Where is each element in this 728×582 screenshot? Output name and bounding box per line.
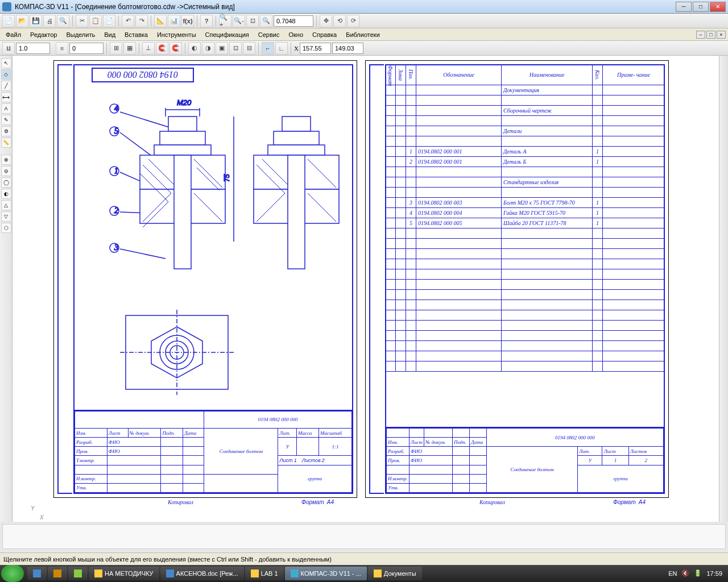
step-icon[interactable]: ⩏	[2, 42, 15, 55]
quick-launch[interactable]	[27, 567, 47, 580]
coord-x-input[interactable]	[300, 43, 331, 54]
layer-icon[interactable]: ≡	[56, 42, 68, 55]
task-item[interactable]: LAB 1	[245, 567, 284, 580]
ortho-icon[interactable]: ⊥	[142, 42, 155, 55]
geom-icon[interactable]: ◇	[1, 69, 11, 80]
paste-icon[interactable]: 📄	[103, 15, 115, 27]
menu-service[interactable]: Сервис	[254, 30, 284, 39]
menu-view[interactable]: Вид	[100, 30, 120, 39]
scrollbar-vertical[interactable]	[719, 56, 728, 522]
menu-window[interactable]: Окно	[284, 30, 308, 39]
text-icon[interactable]: A	[1, 103, 11, 114]
task-item[interactable]: АКСЕНОВ.doc [Реж...	[160, 567, 244, 580]
close-button[interactable]: ✕	[710, 2, 726, 12]
zoom-input[interactable]	[274, 15, 313, 27]
fx-icon[interactable]: f(x)	[181, 15, 194, 27]
redo-icon[interactable]: ↷	[135, 15, 148, 27]
start-button[interactable]	[1, 565, 24, 582]
zoom-in-icon[interactable]: 🔍+	[219, 15, 231, 27]
tool-icon[interactable]: ◐	[1, 189, 11, 199]
mdi-close-button[interactable]: ×	[717, 31, 726, 39]
menu-file[interactable]: Файл	[1, 30, 26, 39]
menu-insert[interactable]: Вставка	[120, 30, 152, 39]
select-icon[interactable]: ↖	[1, 58, 11, 68]
tool-icon[interactable]: 📐	[154, 15, 167, 27]
tool-icon[interactable]: ⬡	[1, 223, 11, 233]
table-row	[386, 228, 665, 239]
left-toolbox: ↖ ◇ ╱ ⟷ A ✎ ⚙ 📏 ⊕ ⊖ ◯ ◐ △ ▽ ⬡	[0, 56, 13, 522]
scale1-input[interactable]	[16, 43, 50, 54]
mode-icon[interactable]: ⊡	[229, 42, 242, 55]
new-icon[interactable]: 📄	[2, 15, 15, 27]
mdi-max-button[interactable]: □	[706, 31, 715, 39]
table-row	[386, 167, 665, 177]
measure-icon[interactable]: 📏	[1, 138, 11, 148]
side-column	[57, 64, 72, 494]
preview-icon[interactable]: 🔍	[57, 15, 69, 27]
zoom-icon[interactable]: 🔍	[260, 15, 272, 27]
magnet-icon[interactable]: 🧲	[156, 42, 168, 55]
menu-libs[interactable]: Библиотеки	[341, 30, 384, 39]
menu-tools[interactable]: Инструменты	[152, 30, 201, 39]
table-row: Детали	[386, 126, 665, 136]
mode-icon[interactable]: ◐	[188, 42, 201, 55]
undo-icon[interactable]: ↶	[122, 15, 134, 27]
kopir-label: Копировал	[168, 499, 193, 505]
coord-y-input[interactable]	[332, 43, 363, 54]
angle-icon[interactable]: ⌐	[262, 42, 274, 55]
drawing-canvas[interactable]: 0194 0802 000 000 4 5 1 2 3 М20	[13, 56, 719, 522]
axis-y: Y	[31, 505, 35, 512]
quick-launch[interactable]	[48, 567, 67, 580]
menu-select[interactable]: Выделить	[61, 30, 100, 39]
mode-icon[interactable]: ◑	[202, 42, 214, 55]
angle2-icon[interactable]: ∟	[275, 42, 288, 55]
zoom-out-icon[interactable]: 🔍-	[233, 15, 245, 27]
maximize-button[interactable]: □	[693, 2, 709, 12]
menu-help[interactable]: Справка	[308, 30, 341, 39]
grid-icon[interactable]: ▦	[123, 42, 136, 55]
format-label: Формат А4	[301, 499, 334, 505]
open-icon[interactable]: 📂	[16, 15, 28, 27]
copy-icon[interactable]: 📋	[89, 15, 102, 27]
menu-spec[interactable]: Спецификация	[201, 30, 254, 39]
line-icon[interactable]: ╱	[1, 81, 11, 91]
edit-icon[interactable]: ✎	[1, 115, 11, 125]
mode-icon[interactable]: ▣	[216, 42, 228, 55]
task-item[interactable]: НА МЕТОДИЧКУ	[89, 567, 159, 580]
print-icon[interactable]: 🖨	[43, 15, 56, 27]
snap-icon[interactable]: ⊞	[110, 42, 122, 55]
mdi-min-button[interactable]: –	[696, 31, 705, 39]
property-panel	[2, 524, 726, 549]
clock[interactable]: 17:59	[706, 570, 722, 577]
tool-icon[interactable]: ⊖	[1, 166, 11, 176]
pan-icon[interactable]: ✥	[320, 15, 332, 27]
dim-icon[interactable]: ⟷	[1, 92, 11, 102]
rotate-icon[interactable]: ⟲	[333, 15, 346, 27]
help-icon[interactable]: ?	[200, 15, 213, 27]
task-item-active[interactable]: КОМПАС-3D V11 - ...	[285, 567, 367, 580]
mode-icon[interactable]: ⊟	[243, 42, 255, 55]
tool-icon[interactable]: △	[1, 200, 11, 210]
zoom-fit-icon[interactable]: ⊡	[246, 15, 259, 27]
minimize-button[interactable]: ─	[676, 2, 692, 12]
window-titlebar: КОМПАС-3D V11 - [Соединение болтомготово…	[0, 0, 728, 14]
svg-line-13	[120, 249, 166, 259]
lang-indicator[interactable]: EN	[668, 570, 677, 577]
param-icon[interactable]: ⚙	[1, 126, 11, 136]
magnet2-icon[interactable]: 🧲	[169, 42, 182, 55]
refresh-icon[interactable]: ⟳	[347, 15, 359, 27]
scale2-input[interactable]	[69, 43, 104, 54]
tool-icon[interactable]: ◯	[1, 177, 11, 188]
tool-icon[interactable]: ⊕	[1, 155, 11, 165]
table-row	[386, 136, 665, 147]
tray-icon[interactable]: 🔋	[694, 569, 702, 577]
task-item[interactable]: Документы	[368, 567, 422, 580]
tray-icon[interactable]: 🔇	[681, 569, 689, 577]
cut-icon[interactable]: ✂	[76, 15, 88, 27]
menu-edit[interactable]: Редактор	[26, 30, 61, 39]
tool-icon[interactable]: 📊	[168, 15, 180, 27]
tool-icon[interactable]: ▽	[1, 211, 11, 222]
quick-launch[interactable]	[68, 567, 88, 580]
save-icon[interactable]: 💾	[30, 15, 42, 27]
side-column	[369, 64, 384, 494]
